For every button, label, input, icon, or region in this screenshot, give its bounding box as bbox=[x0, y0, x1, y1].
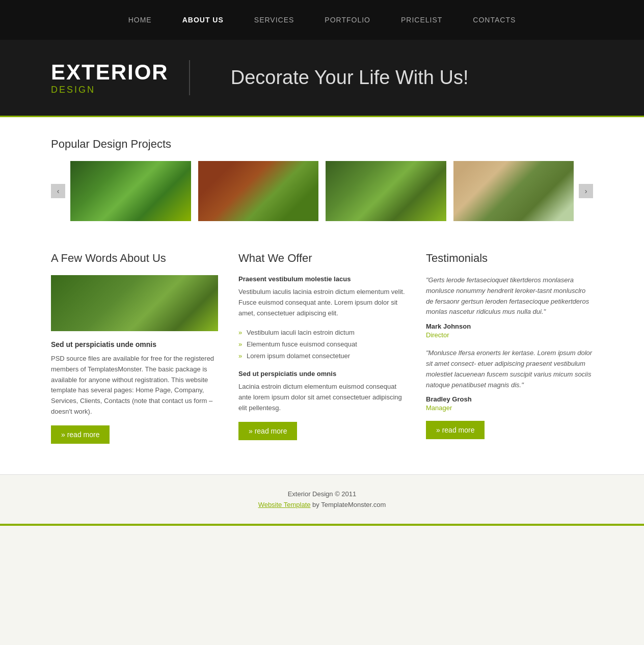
about-column: A Few Words About Us Sed ut perspiciatis… bbox=[51, 252, 218, 444]
main-content: Popular Design Projects ‹ › A Few Words … bbox=[0, 117, 644, 474]
gallery-image-2[interactable] bbox=[198, 161, 319, 221]
offer-read-more-button[interactable]: » read more bbox=[238, 422, 297, 440]
testimonials-title: Testimonials bbox=[426, 252, 593, 265]
testimonial-name-1: Mark Johnson bbox=[426, 322, 593, 330]
nav-portfolio[interactable]: PORTFOLIO bbox=[325, 16, 370, 24]
offer-column: What We Offer Praesent vestibulum molest… bbox=[238, 252, 406, 444]
brand-logo: EXTERIOR DESIGN bbox=[51, 60, 190, 95]
offer-list-item: Elementum fusce euismod consequat bbox=[238, 338, 406, 350]
gallery-image-1[interactable] bbox=[70, 161, 191, 221]
about-read-more-button[interactable]: » read more bbox=[51, 425, 110, 444]
offer-list-item: Vestibulum iaculi lacin estroin dictum bbox=[238, 327, 406, 338]
offer-list: Vestibulum iaculi lacin estroin dictum E… bbox=[238, 327, 406, 362]
brand-main: EXTERIOR bbox=[51, 60, 169, 85]
about-image bbox=[51, 275, 218, 331]
testimonial-role-2: Manager bbox=[426, 404, 593, 412]
nav-pricelist[interactable]: PRICELIST bbox=[401, 16, 442, 24]
gallery-wrapper: ‹ › bbox=[51, 161, 593, 221]
about-subtitle: Sed ut perspiciatis unde omnis bbox=[51, 340, 218, 348]
offer-title: What We Offer bbox=[238, 252, 406, 265]
brand-sub: DESIGN bbox=[51, 85, 95, 95]
about-body: PSD source files are available for free … bbox=[51, 354, 218, 417]
bottom-accent-bar bbox=[0, 524, 644, 526]
offer-list-item: Lorem ipsum dolamet consectetuer bbox=[238, 350, 406, 362]
footer-link-text: Website Template by TemplateMonster.com bbox=[15, 501, 629, 508]
about-title: A Few Words About Us bbox=[51, 252, 218, 265]
three-columns: A Few Words About Us Sed ut perspiciatis… bbox=[51, 252, 593, 444]
main-nav: HOME ABOUT US SERVICES PORTFOLIO PRICELI… bbox=[0, 0, 644, 40]
offer-bottom-text: Lacinia estroin dictum elementum euismod… bbox=[238, 382, 406, 413]
footer-copy: Exterior Design © 2011 bbox=[15, 490, 629, 498]
nav-contacts[interactable]: CONTACTS bbox=[473, 16, 516, 24]
hero-section: EXTERIOR DESIGN Decorate Your Life With … bbox=[0, 40, 644, 117]
testimonial-quote-2: "Monlusce lfersa eronerts ler kertase. L… bbox=[426, 348, 593, 390]
nav-about[interactable]: ABOUT US bbox=[182, 16, 224, 24]
testimonial-role-1: Director bbox=[426, 331, 593, 339]
gallery-image-4[interactable] bbox=[453, 161, 574, 221]
hero-tagline: Decorate Your Life With Us! bbox=[210, 67, 469, 89]
offer-bottom-bold: Sed ut perspiciatis unde omnis bbox=[238, 370, 406, 378]
offer-intro-bold: Praesent vestibulum molestie lacus bbox=[238, 275, 406, 283]
gallery-image-3[interactable] bbox=[326, 161, 446, 221]
nav-home[interactable]: HOME bbox=[128, 16, 152, 24]
testimonials-column: Testimonials "Gerts lerode fertasecioque… bbox=[426, 252, 593, 444]
gallery-next-button[interactable]: › bbox=[579, 184, 593, 198]
gallery-title: Popular Design Projects bbox=[51, 138, 593, 151]
footer-link-suffix: by TemplateMonster.com bbox=[310, 501, 386, 508]
footer-template-link[interactable]: Website Template bbox=[258, 501, 311, 508]
testimonial-name-2: Bradley Grosh bbox=[426, 395, 593, 403]
footer: Exterior Design © 2011 Website Template … bbox=[0, 474, 644, 524]
testimonial-quote-1: "Gerts lerode fertasecioquet tikertderos… bbox=[426, 275, 593, 317]
nav-services[interactable]: SERVICES bbox=[254, 16, 294, 24]
testimonials-read-more-button[interactable]: » read more bbox=[426, 421, 485, 439]
gallery-prev-button[interactable]: ‹ bbox=[51, 184, 65, 198]
gallery-images bbox=[70, 161, 574, 221]
offer-intro-text: Vestibulum iaculis lacinia estroin dictu… bbox=[238, 287, 406, 318]
